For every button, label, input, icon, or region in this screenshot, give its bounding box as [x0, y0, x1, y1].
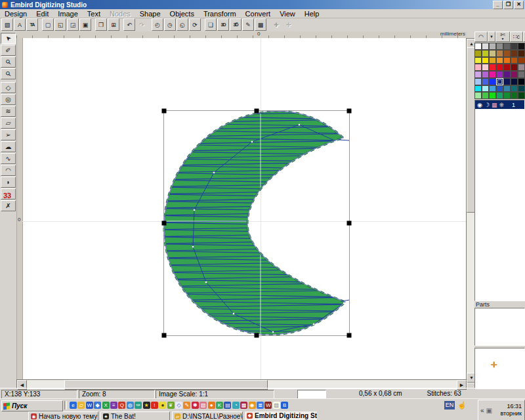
- select-tool[interactable]: ➤: [1, 33, 16, 44]
- palette-color[interactable]: [482, 43, 489, 50]
- palette-color[interactable]: [474, 50, 482, 57]
- view-3d-button[interactable]: 3D: [217, 18, 229, 31]
- connection-trim-button[interactable]: ✄▼: [495, 32, 510, 42]
- stitch-density-button[interactable]: ∷c: [510, 32, 523, 42]
- palette-color[interactable]: [489, 64, 496, 71]
- palette-color[interactable]: [518, 71, 525, 78]
- palette-color[interactable]: [511, 78, 518, 85]
- antivirus-icon[interactable]: K: [216, 402, 223, 409]
- palette-color[interactable]: [482, 85, 489, 93]
- menu-item-shape[interactable]: Shape: [135, 10, 165, 18]
- object-row-selected[interactable]: ◉☾▦❋1: [475, 100, 524, 109]
- palette-color[interactable]: [489, 50, 496, 57]
- monitor-icon[interactable]: ▤: [224, 402, 231, 409]
- palette-color[interactable]: [489, 43, 496, 50]
- palette-color[interactable]: [511, 50, 518, 57]
- feather-icon[interactable]: ✑: [135, 402, 142, 409]
- callout-shape-tool[interactable]: ◗: [1, 177, 16, 188]
- wine-icon[interactable]: W: [264, 402, 272, 409]
- palette-color[interactable]: [503, 50, 511, 57]
- media-icon[interactable]: ◉: [249, 402, 256, 409]
- palette-color[interactable]: [482, 57, 489, 64]
- palette-color[interactable]: [474, 57, 482, 64]
- zoom-tool[interactable]: ⚲: [1, 56, 16, 68]
- palette-color[interactable]: [482, 92, 489, 99]
- selection-handle[interactable]: [162, 221, 167, 226]
- palette-color[interactable]: [503, 43, 511, 50]
- bluetooth-icon[interactable]: B: [281, 402, 288, 409]
- palette-color[interactable]: [496, 78, 503, 85]
- palette-color[interactable]: [518, 57, 525, 64]
- notes-icon[interactable]: ▨: [273, 402, 280, 409]
- duck-icon[interactable]: ●: [159, 402, 166, 409]
- preview-panel[interactable]: ✛: [474, 348, 525, 389]
- text-fit-tool-button[interactable]: TA: [26, 18, 38, 31]
- palette-color[interactable]: [496, 43, 503, 50]
- pencil-icon[interactable]: ✎: [183, 402, 190, 409]
- paste-button[interactable]: ⊞: [108, 18, 119, 31]
- palette-color[interactable]: [496, 71, 503, 78]
- folder-icon[interactable]: ▱: [77, 402, 85, 409]
- palette-color[interactable]: [482, 64, 489, 71]
- minimize-button[interactable]: _: [493, 1, 503, 9]
- backdrop-button[interactable]: ▩: [255, 18, 266, 31]
- fill-mode-button-dropdown[interactable]: ▼: [488, 32, 495, 42]
- frog-icon[interactable]: ❦: [167, 402, 175, 409]
- column-tool[interactable]: ▱: [1, 117, 16, 129]
- bat-icon[interactable]: ★: [143, 402, 150, 409]
- design-canvas[interactable]: 0: [16, 38, 467, 379]
- palette-color[interactable]: [474, 85, 482, 93]
- palette-color[interactable]: [489, 85, 496, 93]
- open-design-button[interactable]: ◱: [54, 18, 66, 31]
- tray-expand-chevron[interactable]: «: [480, 407, 484, 414]
- task-button-4[interactable]: ❖Embird Digitizing Stud...: [245, 411, 317, 420]
- import-design-button[interactable]: ◲: [67, 18, 79, 31]
- language-indicator[interactable]: EN: [444, 401, 455, 410]
- angle-dial-button[interactable]: ◵: [177, 18, 188, 31]
- close-button[interactable]: ✕: [514, 1, 524, 9]
- view-3d-stitches-button[interactable]: 3̈D̈: [230, 18, 242, 31]
- palette-color[interactable]: [496, 64, 503, 71]
- delete-stitch-tool[interactable]: ✗: [1, 200, 16, 211]
- arrow-shape-tool[interactable]: ➢: [1, 129, 16, 140]
- palette-color[interactable]: [474, 64, 482, 71]
- text-tool-button[interactable]: A: [14, 18, 26, 31]
- hand-pointer-icon[interactable]: ☝: [457, 401, 467, 410]
- fill-shape-tool[interactable]: ◇: [1, 82, 16, 93]
- flower-icon[interactable]: ✱: [192, 402, 199, 409]
- compensation-dial-button[interactable]: ◷: [164, 18, 176, 31]
- palette-color[interactable]: [482, 78, 489, 85]
- palette-color[interactable]: [503, 57, 511, 64]
- fill-hole-tool[interactable]: ◎: [1, 94, 16, 105]
- ruby-icon[interactable]: ▩: [240, 402, 247, 409]
- zigzag-tool[interactable]: ∿: [1, 153, 16, 164]
- menu-item-design[interactable]: Design: [0, 10, 32, 18]
- quark-icon[interactable]: Q: [118, 402, 125, 409]
- palette-color[interactable]: [489, 57, 496, 64]
- palette-color[interactable]: [511, 85, 518, 93]
- palette-color[interactable]: [518, 85, 525, 93]
- task-button-3[interactable]: ▱D:\INSTALL\Разное\Embird: [172, 411, 243, 420]
- menu-item-view[interactable]: View: [275, 10, 300, 18]
- palette-color[interactable]: [496, 50, 503, 57]
- photo-icon[interactable]: ▧: [200, 402, 207, 409]
- freehand-shape-tool[interactable]: ☁: [1, 141, 16, 152]
- task-button-2[interactable]: ★The Bat!: [100, 411, 170, 420]
- swirl-icon[interactable]: ◔: [232, 402, 240, 409]
- ie-icon[interactable]: e: [70, 402, 77, 409]
- palette-color[interactable]: [474, 92, 482, 99]
- palette-color[interactable]: [511, 43, 518, 50]
- palette-color[interactable]: [489, 78, 496, 85]
- edit-nodes-tool[interactable]: ✐: [1, 45, 16, 56]
- image-tool-button[interactable]: ▧: [1, 18, 13, 31]
- new-design-button[interactable]: ▢: [42, 18, 54, 31]
- save-design-button[interactable]: ▣: [79, 18, 91, 31]
- palette-color[interactable]: [511, 92, 518, 99]
- parts-panel[interactable]: [474, 308, 525, 346]
- objects-list[interactable]: ◉☾▦❋1: [474, 100, 525, 301]
- window-3d-button[interactable]: ❏: [205, 18, 217, 31]
- selection-handle[interactable]: [347, 221, 352, 226]
- palette-color[interactable]: [503, 71, 511, 78]
- menu-item-edit[interactable]: Edit: [32, 10, 53, 18]
- alert-icon[interactable]: !: [151, 402, 158, 409]
